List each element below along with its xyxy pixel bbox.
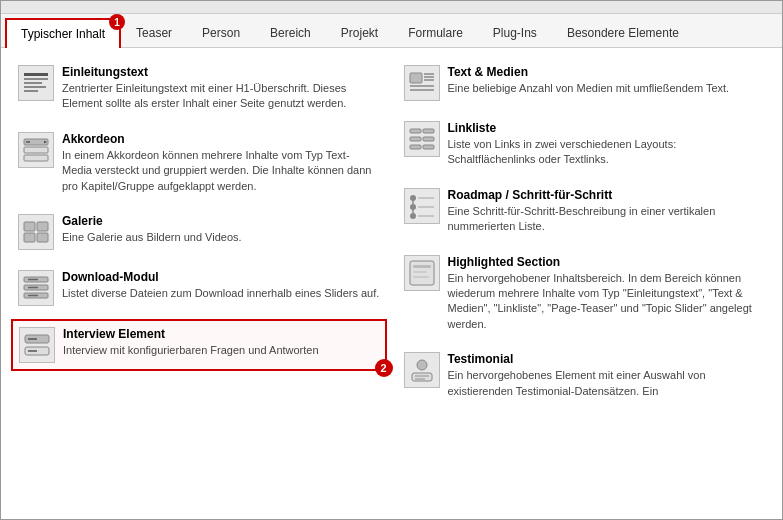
highlighted-section-desc: Ein hervorgehobener Inhaltsbereich. In d… — [448, 271, 766, 333]
text-medien-desc: Eine beliebige Anzahl von Medien mit umf… — [448, 81, 766, 96]
svg-point-48 — [417, 360, 427, 370]
einleitungstext-title: Einleitungstext — [62, 65, 380, 79]
title-bar — [1, 1, 782, 14]
content-area: EinleitungstextZentrierter Einleitungste… — [1, 48, 782, 519]
dialog-window: Typischer Inhalt1TeaserPersonBereichProj… — [0, 0, 783, 520]
svg-rect-35 — [423, 145, 434, 149]
svg-point-36 — [410, 195, 416, 201]
svg-rect-13 — [37, 233, 48, 242]
item-linkliste[interactable]: LinklisteListe von Links in zwei verschi… — [397, 114, 773, 175]
svg-rect-33 — [423, 137, 434, 141]
akkordeon-icon — [18, 132, 54, 168]
svg-rect-32 — [410, 137, 421, 141]
svg-rect-7 — [24, 155, 48, 161]
interview-element-icon — [19, 327, 55, 363]
svg-rect-45 — [413, 265, 431, 268]
tab-projekt[interactable]: Projekt — [326, 18, 393, 47]
einleitungstext-desc: Zentrierter Einleitungstext mit einer H1… — [62, 81, 380, 112]
akkordeon-desc: In einem Akkordeon können mehrere Inhalt… — [62, 148, 380, 194]
tab-plug-ins[interactable]: Plug-Ins — [478, 18, 552, 47]
svg-rect-0 — [24, 73, 48, 76]
svg-rect-47 — [413, 276, 429, 278]
item-highlighted-section[interactable]: Highlighted SectionEin hervorgehobener I… — [397, 248, 773, 340]
roadmap-icon — [404, 188, 440, 224]
interview-element-badge: 2 — [375, 359, 393, 377]
tab-bar: Typischer Inhalt1TeaserPersonBereichProj… — [1, 14, 782, 48]
download-modul-icon — [18, 270, 54, 306]
svg-rect-46 — [413, 271, 427, 273]
galerie-icon — [18, 214, 54, 250]
tab-teaser[interactable]: Teaser — [121, 18, 187, 47]
svg-rect-31 — [423, 129, 434, 133]
linkliste-icon — [404, 121, 440, 157]
tab-person[interactable]: Person — [187, 18, 255, 47]
download-modul-desc: Listet diverse Dateien zum Download inne… — [62, 286, 380, 301]
svg-rect-11 — [37, 222, 48, 231]
interview-element-title: Interview Element — [63, 327, 379, 341]
svg-rect-2 — [24, 82, 42, 84]
tab-formulare[interactable]: Formulare — [393, 18, 478, 47]
tab-besondere-elemente[interactable]: Besondere Elemente — [552, 18, 694, 47]
svg-point-38 — [410, 204, 416, 210]
svg-rect-34 — [410, 145, 421, 149]
svg-rect-12 — [24, 233, 35, 242]
akkordeon-title: Akkordeon — [62, 132, 380, 146]
testimonial-title: Testimonial — [448, 352, 766, 366]
item-interview-element[interactable]: Interview ElementInterview mit konfiguri… — [11, 319, 387, 371]
item-einleitungstext[interactable]: EinleitungstextZentrierter Einleitungste… — [11, 58, 387, 119]
svg-rect-49 — [412, 373, 432, 381]
testimonial-desc: Ein hervorgehobenes Element mit einer Au… — [448, 368, 766, 399]
tab-bereich[interactable]: Bereich — [255, 18, 326, 47]
roadmap-desc: Eine Schritt-für-Schritt-Beschreibung in… — [448, 204, 766, 235]
svg-rect-6 — [24, 147, 48, 153]
svg-point-40 — [410, 213, 416, 219]
left-column: EinleitungstextZentrierter Einleitungste… — [11, 58, 387, 509]
item-text-medien[interactable]: Text & MedienEine beliebige Anzahl von M… — [397, 58, 773, 108]
testimonial-icon — [404, 352, 440, 388]
item-akkordeon[interactable]: AkkordeonIn einem Akkordeon können mehre… — [11, 125, 387, 201]
linkliste-desc: Liste von Links in zwei verschiedenen La… — [448, 137, 766, 168]
svg-rect-3 — [24, 86, 46, 88]
svg-rect-4 — [24, 90, 38, 92]
item-testimonial[interactable]: TestimonialEin hervorgehobenes Element m… — [397, 345, 773, 406]
highlighted-section-title: Highlighted Section — [448, 255, 766, 269]
highlighted-section-icon — [404, 255, 440, 291]
svg-rect-10 — [24, 222, 35, 231]
item-download-modul[interactable]: Download-ModulListet diverse Dateien zum… — [11, 263, 387, 313]
text-medien-icon — [404, 65, 440, 101]
item-galerie[interactable]: GalerieEine Galerie aus Bildern und Vide… — [11, 207, 387, 257]
interview-element-desc: Interview mit konfigurierbaren Fragen un… — [63, 343, 379, 358]
tab-typischer-inhalt[interactable]: Typischer Inhalt1 — [5, 18, 121, 48]
galerie-title: Galerie — [62, 214, 380, 228]
galerie-desc: Eine Galerie aus Bildern und Videos. — [62, 230, 380, 245]
right-column: Text & MedienEine beliebige Anzahl von M… — [397, 58, 773, 509]
text-medien-title: Text & Medien — [448, 65, 766, 79]
svg-rect-1 — [24, 78, 48, 80]
roadmap-title: Roadmap / Schritt-für-Schritt — [448, 188, 766, 202]
svg-rect-30 — [410, 129, 421, 133]
einleitungstext-icon — [18, 65, 54, 101]
svg-rect-24 — [410, 73, 422, 83]
item-roadmap[interactable]: Roadmap / Schritt-für-SchrittEine Schrit… — [397, 181, 773, 242]
download-modul-title: Download-Modul — [62, 270, 380, 284]
linkliste-title: Linkliste — [448, 121, 766, 135]
